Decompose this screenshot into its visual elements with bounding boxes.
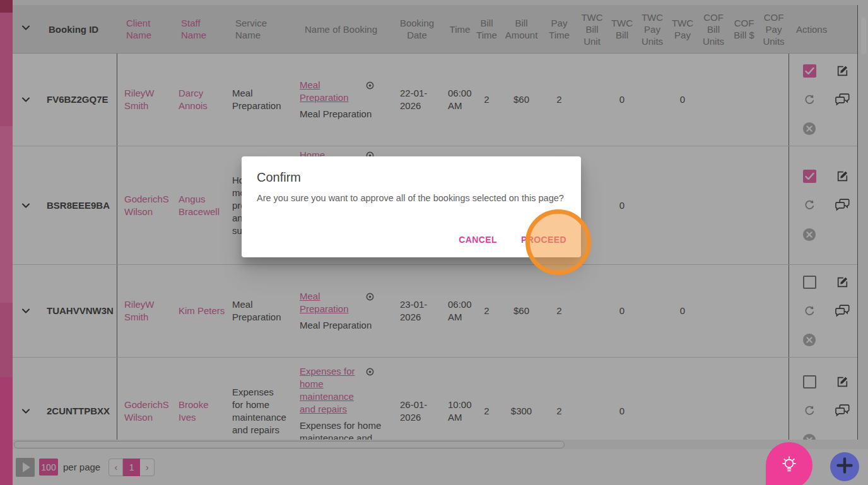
dialog-actions: CANCEL PROCEED — [442, 230, 573, 250]
help-fab-button[interactable] — [766, 442, 812, 485]
confirm-dialog: Confirm Are you sure you want to approve… — [242, 156, 581, 257]
dialog-message: Are you sure you want to approve all of … — [242, 185, 581, 203]
plus-icon — [830, 451, 859, 482]
add-booking-fab-button[interactable] — [830, 452, 859, 481]
lightbulb-icon — [778, 453, 800, 477]
cancel-button[interactable]: CANCEL — [452, 230, 504, 250]
dialog-title: Confirm — [242, 156, 581, 185]
proceed-button[interactable]: PROCEED — [514, 230, 573, 250]
bookings-page: Booking IDClient NameStaff NameService N… — [0, 0, 868, 485]
